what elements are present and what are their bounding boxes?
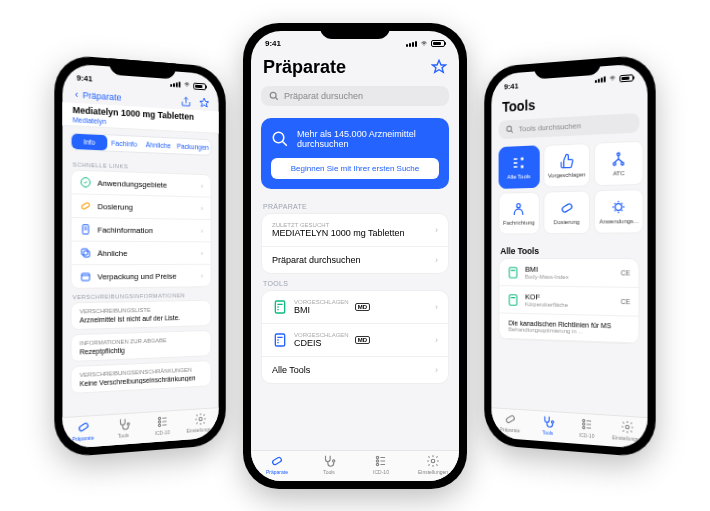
svg-point-9 xyxy=(158,420,160,422)
svg-point-10 xyxy=(158,424,160,426)
svg-rect-1 xyxy=(81,202,90,210)
svg-rect-5 xyxy=(82,273,90,280)
chevron-right-icon: › xyxy=(435,335,438,345)
wifi-icon xyxy=(420,41,428,47)
tabbar-tools[interactable]: Tools xyxy=(103,416,143,440)
svg-point-21 xyxy=(431,459,435,463)
tool-row-kof[interactable]: KOFKörperoberfläche CE xyxy=(499,286,638,317)
battery-icon xyxy=(193,82,206,90)
tabbar-praeparate[interactable]: Präparate xyxy=(251,454,303,475)
chevron-left-icon xyxy=(73,90,81,99)
link-packaging[interactable]: Verpackung und Preise› xyxy=(72,264,211,287)
svg-rect-3 xyxy=(84,250,90,256)
wifi-icon xyxy=(609,75,617,82)
tabbar-icd10[interactable]: ICD-10 xyxy=(355,454,407,475)
restrictions-block: VERSCHREIBUNGSEINSCHRÄNKUNGEN Keine Vers… xyxy=(71,360,212,394)
page-title: Präparate xyxy=(263,57,346,78)
svg-point-20 xyxy=(376,463,378,465)
doctor-icon xyxy=(512,200,527,216)
tab-packages[interactable]: Packungen xyxy=(175,138,211,154)
link-dosage[interactable]: Dosierung› xyxy=(72,194,211,220)
tab-bar: Präparate Tools ICD-10 Einstellungen xyxy=(251,450,459,481)
tile-atc[interactable]: ATC xyxy=(594,140,643,186)
tabbar-settings[interactable]: Einstellungen xyxy=(607,418,648,442)
promo-card: Mehr als 145.000 Arzneimittel durchsuche… xyxy=(261,118,449,189)
svg-point-12 xyxy=(270,92,276,98)
tile-specialty[interactable]: Fachrichtung xyxy=(499,191,540,234)
svg-point-32 xyxy=(551,420,553,422)
segment-control: Info Fachinfo Ähnliche Packungen xyxy=(71,132,212,155)
tab-similar[interactable]: Ähnliche xyxy=(141,136,174,152)
copy-icon xyxy=(80,246,92,258)
recent-search-row[interactable]: ZULETZT GESUCHT MEDIATELYN 1000 mg Table… xyxy=(262,214,448,247)
share-icon[interactable] xyxy=(180,95,191,107)
prescription-list-block: VERSCHREIBUNGSLISTE Arzneimittel ist nic… xyxy=(71,299,212,329)
tabbar-praeparate[interactable]: Präparate xyxy=(491,411,528,434)
star-icon[interactable] xyxy=(199,96,210,108)
search-icon xyxy=(269,91,279,101)
thumbs-up-icon xyxy=(559,152,574,169)
svg-point-13 xyxy=(273,132,284,143)
calculator-icon xyxy=(507,292,520,306)
tabbar-icd10[interactable]: ICD-10 xyxy=(143,413,181,436)
section-tools: TOOLS xyxy=(251,274,459,290)
svg-rect-29 xyxy=(509,266,516,276)
svg-point-17 xyxy=(333,459,335,461)
tabbar-icd10[interactable]: ICD-10 xyxy=(567,416,607,440)
svg-point-35 xyxy=(582,426,584,429)
gear-icon xyxy=(426,454,440,468)
stethoscope-icon xyxy=(541,414,554,429)
back-label: Präparate xyxy=(83,90,122,103)
wifi-icon xyxy=(183,81,190,87)
list-icon xyxy=(374,454,388,468)
doc-icon xyxy=(80,223,92,235)
tab-info[interactable]: Info xyxy=(72,133,107,150)
back-button[interactable]: Präparate xyxy=(73,89,122,102)
tool-row-bmi[interactable]: VORGESCHLAGEN BMI MD › xyxy=(262,291,448,324)
sort-az-icon xyxy=(512,154,527,170)
tile-all-tools[interactable]: Alle Tools xyxy=(499,145,540,189)
pill-icon xyxy=(76,419,90,434)
link-fachinfo[interactable]: Fachinformation› xyxy=(72,217,211,241)
svg-point-33 xyxy=(582,419,584,421)
dispensing-block: INFORMATIONEN ZUR ABGABE Rezeptpflichtig xyxy=(71,329,212,361)
search-input[interactable]: Präparat dursuchen xyxy=(261,86,449,106)
virus-icon xyxy=(611,198,627,215)
link-similar[interactable]: Ähnliche› xyxy=(72,241,211,265)
tabbar-tools[interactable]: Tools xyxy=(529,413,567,436)
phone-tools: 9:41 Tools Tools durchsuchen Alle Tools … xyxy=(484,53,655,457)
tool-row-cdeis[interactable]: VORGESCHLAGEN CDEIS MD › xyxy=(262,324,448,357)
tile-dosage[interactable]: Dosierung xyxy=(543,190,590,234)
tab-fachinfo[interactable]: Fachinfo xyxy=(107,135,141,152)
tile-suggested[interactable]: Vorgeschlagen xyxy=(543,142,590,187)
promo-button[interactable]: Beginnen Sie mit Ihrer ersten Suche xyxy=(271,158,439,179)
calculator-icon xyxy=(507,265,520,279)
chevron-right-icon: › xyxy=(201,271,203,280)
status-time: 9:41 xyxy=(504,81,519,91)
all-tools-row[interactable]: Alle Tools › xyxy=(262,357,448,383)
tile-indications[interactable]: Anwendungs... xyxy=(594,188,643,233)
page-title: Tools xyxy=(502,97,535,115)
tabbar-settings[interactable]: Einstellungen xyxy=(407,454,459,475)
pill-icon xyxy=(504,411,517,426)
chevron-right-icon: › xyxy=(201,181,203,190)
svg-point-28 xyxy=(615,203,622,210)
ce-badge: CE xyxy=(621,269,631,276)
tabbar-praeparate[interactable]: Präparate xyxy=(62,418,103,442)
svg-point-34 xyxy=(582,422,584,425)
tool-row-ms[interactable]: Die kanadischen Richtlinien für MSBehand… xyxy=(499,313,638,343)
tabbar-tools[interactable]: Tools xyxy=(303,454,355,475)
star-icon[interactable] xyxy=(431,59,447,75)
tool-row-bmi[interactable]: BMIBody-Mass-Index CE xyxy=(499,258,638,287)
svg-rect-27 xyxy=(561,202,572,212)
gear-icon xyxy=(620,419,634,434)
search-row[interactable]: Präparat durchsuchen › xyxy=(262,247,448,273)
battery-icon xyxy=(619,73,633,81)
chevron-right-icon: › xyxy=(201,203,203,212)
signal-icon xyxy=(406,41,417,47)
section-praeparate: PRÄPARATE xyxy=(251,197,459,213)
link-indications[interactable]: Anwendungsgebiete› xyxy=(72,170,211,197)
pill-icon xyxy=(80,199,92,212)
svg-point-11 xyxy=(199,417,202,421)
tabbar-settings[interactable]: Einstellungen xyxy=(181,411,218,434)
